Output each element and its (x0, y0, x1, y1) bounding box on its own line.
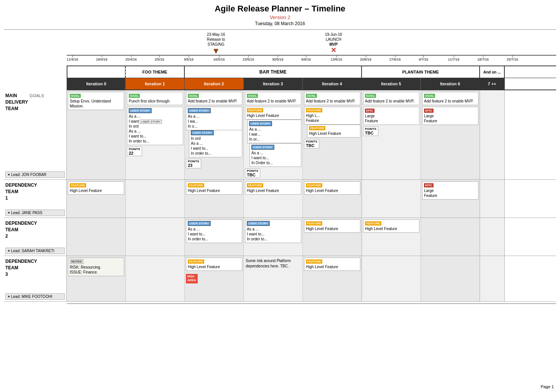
main-3-feature-group: FEATURE High Level Feature USER STORY As… (245, 107, 301, 167)
tick-13: 11/7/16 (448, 56, 459, 61)
points-main-4: POINTS TBC (304, 139, 360, 149)
main-iter0-col: GOAL Setup Envs. Understand Mission. (67, 90, 126, 179)
card-dep2-2-us: USER STORY As a ...I want to...In order … (186, 219, 242, 243)
iter-col-1-header: Iteration 1 (126, 78, 185, 90)
header-divider (4, 29, 556, 30)
team-lead-dep2: ✶ Lead: SARAH TANKRETI (5, 248, 65, 254)
tick-12: 4/7/16 (419, 56, 428, 61)
team-name-dep2: DEPENDENCY TEAM 2 (5, 220, 65, 239)
card-main-3-goal: GOAL Add feature 2 to enable MVP. (245, 92, 301, 105)
theme-bar-cell: BAR THEME (185, 66, 362, 78)
card-main-2-us2: USER STORY In ordAs a ...I want to...In … (189, 129, 242, 157)
tick-8: 6/6/16 (301, 56, 311, 61)
dep2-iter2-col: USER STORY As a ...I want to...In order … (185, 218, 244, 256)
card-main-2-us1: USER STORY As a ...I wa...In o... (186, 107, 242, 130)
card-dep1-4-feat: FEATURE High Level Feature (304, 181, 360, 195)
page-title: Agile Release Planner – Timeline (4, 4, 556, 14)
dep3-iter7-col (480, 256, 505, 301)
team-row-dep1: DEPENDENCY TEAM 1 ✶ Lead: JANE PASS FEAT… (4, 180, 556, 218)
dep2-iter4-col: FEATURE High Level Feature (303, 218, 362, 256)
card-main-1-goal: GOAL Punch first slice through. (127, 92, 183, 105)
dep1-iter4-col: FEATURE High Level Feature (303, 180, 362, 218)
dep3-iter6-col (421, 256, 480, 301)
theme-foo-cell: FOO THEME (126, 66, 185, 78)
milestone-staging: 23-May-16Release toSTAGING ▼ (207, 32, 225, 55)
milestone-row: 23-May-16Release toSTAGING ▼ 19-Jun-16LA… (67, 32, 556, 55)
ruler-row: 11/4/16 18/4/16 25/4/16 2/5/16 9/5/16 16… (67, 56, 556, 64)
milestone-mvp-arrow: ✕ (331, 47, 336, 54)
tick-2: 25/4/16 (125, 56, 137, 61)
tick-14: 18/7/16 (477, 56, 489, 61)
theme-plantain-cell: PLANTAIN THEME (362, 66, 480, 78)
team-lead-dep1: ✶ Lead: JANE PASS (5, 210, 65, 216)
card-main-2-goal: GOAL Add feature 2 to enable MVP. (186, 92, 242, 105)
iter-col-0-header: Iteration 0 (67, 78, 126, 90)
dep2-iter5-col: FEATURE High Level Feature (362, 218, 421, 256)
milestone-staging-label: 23-May-16Release toSTAGING (207, 32, 225, 47)
dep2-iter3-col: USER STORY As a ...I want to...In order … (244, 218, 303, 256)
tick-9: 13/6/16 (331, 56, 342, 61)
card-main-3-us1: USER STORY As a ...I war...In or... (247, 120, 301, 143)
card-dep2-5-feat: FEATURE High Level Feature (363, 219, 419, 233)
milestone-staging-arrow: ▼ (212, 47, 220, 55)
team-label-dep3: DEPENDENCY TEAM 3 ✶ Lead: MIKE FOOTOOHI (4, 256, 67, 301)
dep2-iter0-col (67, 218, 126, 256)
card-main-4-feat2: FEATURE High Level Feature (307, 125, 360, 138)
main-iter5-col: GOAL Add feature 2 to enable MVP. EPIC L… (362, 90, 421, 179)
team-lead-main: ✶ Lead: JON FOOBAR (5, 171, 65, 178)
team-row-dep2: DEPENDENCY TEAM 2 ✶ Lead: SARAH TANKRETI… (4, 218, 556, 256)
tick-0: 11/4/16 (67, 56, 78, 61)
dep3-iter2-col: FEATURE High Level Feature RISKAREA (185, 256, 244, 301)
tick-7: 30/5/16 (272, 56, 283, 61)
card-main-5-goal: GOAL Add feature 2 to enable MVP. (363, 92, 419, 105)
team-lead-dep3: ✶ Lead: MIKE FOOTOOHI (5, 293, 65, 300)
main-iter4-col: GOAL Add feature 2 to enable MVP. FEATUR… (303, 90, 362, 179)
tick-3: 2/5/16 (155, 56, 164, 61)
bottom-ruler (67, 303, 556, 304)
main-iter6-col: GOAL Add feature 2 to enable MVP. EPIC L… (421, 90, 480, 179)
card-dep1-3-feat: FEATURE High Level Feature (245, 181, 301, 195)
dep1-iter7-col (480, 180, 505, 218)
main-4-feat-group: FEATURE High L...Feature FEATURE High Le… (304, 107, 360, 138)
team-row-dep3: DEPENDENCY TEAM 3 ✶ Lead: MIKE FOOTOOHI … (4, 256, 556, 302)
card-main-6-epic: EPIC LargeFeature (422, 107, 478, 125)
dep3-3-note: Some risk around Platform dependencies h… (245, 258, 301, 270)
card-main-4-goal: GOAL Add feature 2 to enable MVP. (304, 92, 360, 105)
tick-6: 23/5/16 (243, 56, 254, 61)
tick-1: 18/4/16 (96, 56, 107, 61)
points-main-2: POINTS 23 (186, 159, 242, 168)
dep1-iter0-col: FEATURE High Level Feature (67, 180, 126, 218)
card-main-5-epic: EPIC LargeFeature (363, 107, 419, 125)
iter-col-3-header: Iteration 3 (244, 78, 303, 90)
card-main-1-us: USER STORY As a ...I want USER STORYIn o… (127, 107, 183, 145)
dep2-iter7-col (480, 218, 505, 256)
dep3-iter0-col: NOTES RISK: Resourcing.ISSUE: Finance. (67, 256, 126, 301)
iter-col-6-header: Iteration 6 (421, 78, 480, 90)
card-main-6-goal: GOAL Add feature 2 to enable MVP. (422, 92, 478, 105)
tick-11: 27/6/16 (389, 56, 401, 61)
milestone-mvp: 19-Jun-16LAUNCHMVP ✕ (325, 32, 342, 54)
milestone-mvp-label: 19-Jun-16LAUNCHMVP (325, 32, 342, 47)
theme-header-row: FOO THEME BAR THEME PLANTAIN THEME And o… (67, 66, 556, 78)
card-main-3-us2: USER STORY As a ...I want to...In Order … (250, 143, 301, 167)
card-dep3-2-feat: FEATURE High Level Feature (186, 258, 242, 271)
main-2-us-group: USER STORY As a ...I wa...In o... USER S… (186, 107, 242, 157)
team-label-dep1: DEPENDENCY TEAM 1 ✶ Lead: JANE PASS (4, 180, 67, 218)
tick-5: 16/5/16 (213, 56, 225, 61)
iter-col-7-header: 7 ++ (480, 78, 505, 90)
theme-andon-cell: And on ... (480, 66, 505, 78)
tick-4: 9/5/16 (184, 56, 194, 61)
dep1-iter3-col: FEATURE High Level Feature (244, 180, 303, 218)
card-main-4-feat1: FEATURE High L...Feature (304, 107, 360, 125)
dep1-iter6-col: EPIC LargeFeature (421, 180, 480, 218)
team-name-main: MAIN DELIVERY TEAM (5, 93, 28, 112)
card-main-3-feat: FEATURE High Level Feature (245, 107, 301, 120)
card-dep1-6-epic: EPIC LargeFeature (422, 181, 478, 200)
iter-col-2-header: Iteration 2 (185, 78, 244, 90)
dep3-iter5-col (362, 256, 421, 301)
iter-col-5-header: Iteration 5 (362, 78, 421, 90)
date-label: Tuesday, 08 March 2016 (4, 21, 556, 26)
team-row-main: MAIN DELIVERY TEAM GOALS ✶ Lead: JON FOO… (4, 90, 556, 180)
iteration-header-row: Iteration 0 Iteration 1 Iteration 2 Iter… (67, 78, 556, 90)
dep2-iter1-col (126, 218, 185, 256)
